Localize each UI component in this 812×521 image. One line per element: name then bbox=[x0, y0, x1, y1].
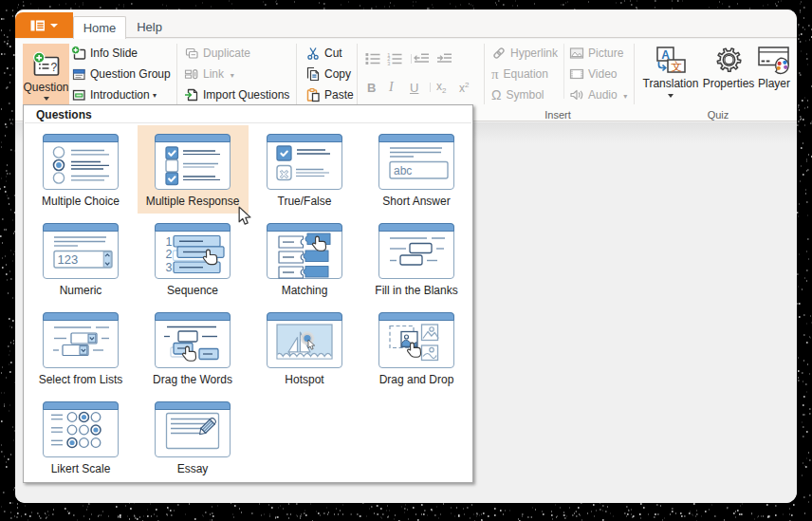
svg-text:123: 123 bbox=[58, 252, 79, 267]
svg-text:3: 3 bbox=[387, 61, 390, 66]
svg-text:?: ? bbox=[50, 60, 57, 73]
svg-text:abc: abc bbox=[394, 164, 412, 177]
svg-text:2: 2 bbox=[166, 248, 173, 261]
svg-text:3: 3 bbox=[166, 261, 173, 274]
svg-text:1: 1 bbox=[166, 235, 173, 249]
svg-text:文: 文 bbox=[671, 60, 682, 73]
